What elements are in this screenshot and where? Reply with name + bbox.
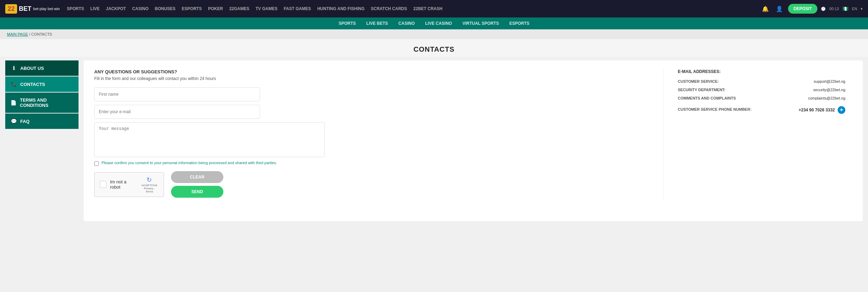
customer-service-row: CUSTOMER SERVICE: support@22bet.ng xyxy=(678,79,845,83)
recaptcha-brand: reCAPTCHA xyxy=(140,184,158,187)
deposit-button[interactable]: DEPOSIT xyxy=(788,4,818,14)
lang-label: EN xyxy=(852,7,857,11)
captcha-row: Im not a robot ↻ reCAPTCHA Privacy - Ter… xyxy=(94,171,656,198)
sidebar-item-about-us[interactable]: ℹ ABOUT US xyxy=(5,60,79,76)
language-selector[interactable]: 🇳🇬 EN ▾ xyxy=(843,6,863,12)
document-icon: 📄 xyxy=(10,100,16,105)
contact-form-section: ANY QUESTIONS OR SUGGESTIONS? Fill in th… xyxy=(94,69,656,201)
time-display: 🕐 00:13 xyxy=(821,7,839,11)
sidebar: ℹ ABOUT US 📞 CONTACTS 📄 TERMS AND CONDIT… xyxy=(5,60,79,221)
logo-badge: 22 xyxy=(5,4,17,14)
flag-icon: 🇳🇬 xyxy=(843,6,848,12)
time-value: 00:13 xyxy=(829,7,839,11)
consent-text: Please confirm you consent to your perso… xyxy=(102,161,277,165)
nav-poker[interactable]: POKER xyxy=(208,6,223,11)
breadcrumb-home[interactable]: MAIN PAGE xyxy=(7,32,28,36)
captcha-checkbox[interactable] xyxy=(100,181,106,188)
sidebar-label-faq: FAQ xyxy=(20,119,30,124)
customer-service-value: support@22bet.ng xyxy=(814,79,845,83)
consent-row: Please confirm you consent to your perso… xyxy=(94,161,656,166)
second-nav-live-casino[interactable]: LIVE CASINO xyxy=(425,21,452,26)
clear-button[interactable]: CLEAR xyxy=(171,171,223,183)
phone-label: CUSTOMER SERVICE PHONE NUMBER: xyxy=(678,107,751,111)
recaptcha-logo: ↻ reCAPTCHA Privacy - Terms xyxy=(140,176,158,193)
nav-links: SPORTS LIVE JACKPOT CASINO BONUSES ESPOR… xyxy=(67,6,760,11)
second-nav-live-bets[interactable]: LIVE BETS xyxy=(366,21,388,26)
nav-jackpot[interactable]: JACKPOT xyxy=(106,6,126,11)
form-buttons: CLEAR SEND xyxy=(171,171,223,198)
customer-service-label: CUSTOMER SERVICE: xyxy=(678,79,719,83)
logo[interactable]: 22 BET bet·play bet·win xyxy=(5,4,60,14)
nav-hunting[interactable]: HUNTING AND FISHING xyxy=(317,6,365,11)
user-profile-button[interactable]: 👤 xyxy=(774,4,785,14)
sidebar-label-terms: TERMS AND CONDITIONS xyxy=(20,97,73,108)
main-layout: ℹ ABOUT US 📞 CONTACTS 📄 TERMS AND CONDIT… xyxy=(0,57,868,232)
complaints-value: complaints@22bet.ng xyxy=(808,96,845,100)
content-inner: ANY QUESTIONS OR SUGGESTIONS? Fill in th… xyxy=(94,69,852,201)
second-nav-virtual-sports[interactable]: VIRTUAL SPORTS xyxy=(462,21,499,26)
top-navigation: 22 BET bet·play bet·win SPORTS LIVE JACK… xyxy=(0,0,868,17)
phone-number: +234 90 7026 3332 xyxy=(799,108,835,112)
sidebar-item-contacts[interactable]: 📞 CONTACTS xyxy=(5,76,79,92)
breadcrumb-current: CONTACTS xyxy=(31,32,52,36)
form-subheading: Fill in the form and our colleagues will… xyxy=(94,76,656,81)
recaptcha-sub: Privacy - Terms xyxy=(140,187,158,193)
sidebar-item-faq[interactable]: 💬 FAQ xyxy=(5,114,79,129)
nav-casino[interactable]: CASINO xyxy=(132,6,149,11)
vertical-divider xyxy=(663,69,664,201)
phone-value-row: +234 90 7026 3332 ✈ xyxy=(799,106,845,114)
breadcrumb: MAIN PAGE / CONTACTS xyxy=(0,29,868,39)
info-icon: ℹ xyxy=(10,65,17,71)
nav-tvgames[interactable]: TV GAMES xyxy=(255,6,277,11)
form-heading: ANY QUESTIONS OR SUGGESTIONS? xyxy=(94,69,656,74)
logo-tagline: bet·play bet·win xyxy=(33,6,60,11)
logo-name: BET xyxy=(19,5,31,13)
nav-esports[interactable]: ESPORTS xyxy=(182,6,202,11)
nav-fastgames[interactable]: FAST GAMES xyxy=(284,6,311,11)
notification-bell-button[interactable]: 🔔 xyxy=(760,4,771,14)
nav-right: 🔔 👤 DEPOSIT 🕐 00:13 🇳🇬 EN ▾ xyxy=(760,4,863,14)
nav-live[interactable]: LIVE xyxy=(90,6,100,11)
nav-crash[interactable]: 22BET CRASH xyxy=(413,6,442,11)
second-nav-sports[interactable]: SPORTS xyxy=(339,21,356,26)
chat-icon: 💬 xyxy=(10,118,17,124)
phone-row: CUSTOMER SERVICE PHONE NUMBER: +234 90 7… xyxy=(678,104,845,114)
chevron-down-icon: ▾ xyxy=(861,7,863,11)
message-textarea[interactable] xyxy=(94,122,325,157)
security-dept-row: SECURITY DEPARTMENT: security@22bet.ng xyxy=(678,88,845,92)
second-nav-casino[interactable]: CASINO xyxy=(399,21,415,26)
security-dept-label: SECURITY DEPARTMENT: xyxy=(678,88,726,92)
nav-scratch[interactable]: SCRATCH CARDS xyxy=(371,6,407,11)
nav-22games[interactable]: 22GAMES xyxy=(229,6,249,11)
page-title: CONTACTS xyxy=(0,45,868,53)
sidebar-label-about-us: ABOUT US xyxy=(20,66,44,71)
sidebar-item-terms[interactable]: 📄 TERMS AND CONDITIONS xyxy=(5,93,79,113)
consent-checkbox[interactable] xyxy=(94,161,99,166)
email-section-title: E-MAIL ADDRESSES: xyxy=(678,69,845,74)
phone-icon: 📞 xyxy=(10,81,17,87)
captcha-box[interactable]: Im not a robot ↻ reCAPTCHA Privacy - Ter… xyxy=(94,172,164,197)
security-dept-value: security@22bet.ng xyxy=(813,88,845,92)
second-navigation: SPORTS LIVE BETS CASINO LIVE CASINO VIRT… xyxy=(0,17,868,29)
sidebar-label-contacts: CONTACTS xyxy=(20,82,45,87)
email-info-panel: E-MAIL ADDRESSES: CUSTOMER SERVICE: supp… xyxy=(671,69,852,201)
complaints-row: COMMENTS AND COMPLAINTS complaints@22bet… xyxy=(678,96,845,100)
send-button[interactable]: SEND xyxy=(171,186,223,198)
recaptcha-icon: ↻ xyxy=(140,176,158,184)
clock-icon: 🕐 xyxy=(821,7,826,11)
complaints-label: COMMENTS AND COMPLAINTS xyxy=(678,96,736,100)
email-input[interactable] xyxy=(94,105,260,119)
first-name-input[interactable] xyxy=(94,87,260,101)
page-title-bar: CONTACTS xyxy=(0,39,868,57)
nav-bonuses[interactable]: BONUSES xyxy=(155,6,176,11)
nav-sports[interactable]: SPORTS xyxy=(67,6,84,11)
content-area: ANY QUESTIONS OR SUGGESTIONS? Fill in th… xyxy=(84,60,863,221)
second-nav-esports[interactable]: ESPORTS xyxy=(509,21,529,26)
telegram-icon[interactable]: ✈ xyxy=(838,106,845,114)
captcha-label: Im not a robot xyxy=(110,179,136,190)
